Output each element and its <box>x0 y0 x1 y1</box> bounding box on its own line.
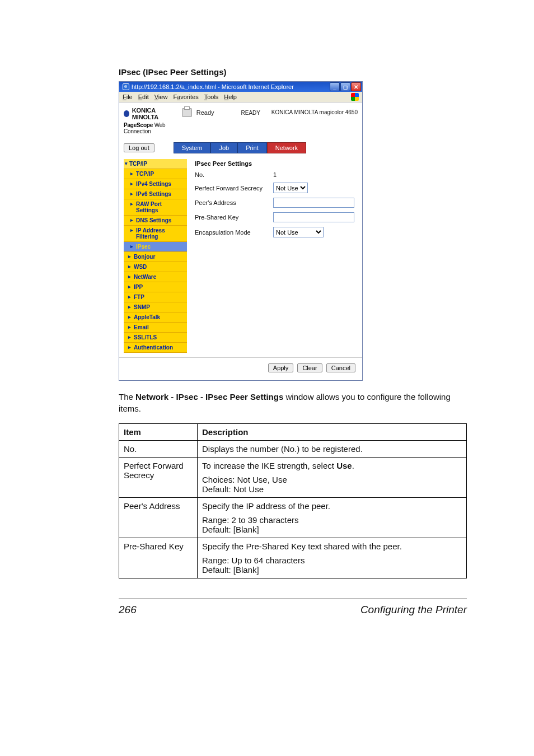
label-preshared-key: Pre-Shared Key <box>195 214 273 221</box>
clear-button[interactable]: Clear <box>297 363 322 372</box>
label-no: No. <box>195 171 273 178</box>
menu-tools[interactable]: Tools <box>204 94 219 100</box>
cell-extra: Range: Up to 64 charactersDefault: [Blan… <box>202 556 462 575</box>
sidebar: TCP/IP TCP/IP IPv4 Settings IPv6 Setting… <box>124 159 187 353</box>
menu-edit[interactable]: Edit <box>138 94 149 100</box>
window-titlebar: http://192.168.1.2/a_index.html - Micros… <box>119 82 362 92</box>
tab-system[interactable]: System <box>174 142 211 153</box>
cell-item: Pre-Shared Key <box>119 538 198 578</box>
apply-button[interactable]: Apply <box>268 363 294 372</box>
cancel-button[interactable]: Cancel <box>326 363 355 372</box>
close-button[interactable]: ✕ <box>351 82 361 91</box>
menu-help[interactable]: Help <box>224 94 237 100</box>
brand-globe-icon <box>124 110 129 117</box>
label-peer-address: Peer's Address <box>195 199 273 206</box>
tab-print[interactable]: Print <box>237 142 267 153</box>
sidebar-item-wsd[interactable]: WSD <box>124 262 187 272</box>
settings-table: Item Description No.Displays the number … <box>119 423 467 578</box>
window-title: http://192.168.1.2/a_index.html - Micros… <box>132 83 294 90</box>
minimize-button[interactable]: _ <box>330 82 340 91</box>
main-panel: IPsec Peer Settings No. 1 Perfect Forwar… <box>191 159 358 353</box>
table-row: Pre-Shared KeySpecify the Pre-Shared Key… <box>119 538 467 578</box>
select-pfs[interactable]: Not Use <box>273 183 308 193</box>
cell-item: Peer's Address <box>119 498 198 538</box>
ie-icon <box>123 83 129 90</box>
input-peer-address[interactable] <box>273 198 354 208</box>
sidebar-item-dns[interactable]: DNS Settings <box>124 216 187 226</box>
section-heading: IPsec (IPsec Peer Settings) <box>119 67 467 77</box>
cell-description: Specify the IP address of the peer.Range… <box>198 498 467 538</box>
menu-favorites[interactable]: Favorites <box>173 94 198 100</box>
label-encap-mode: Encapsulation Mode <box>195 229 273 236</box>
input-preshared-key[interactable] <box>273 212 354 222</box>
cell-description: Specify the Pre-Shared Key text shared w… <box>198 538 467 578</box>
th-item: Item <box>119 424 198 441</box>
sidebar-group-tcpip[interactable]: TCP/IP <box>124 159 187 169</box>
table-row: No.Displays the number (No.) to be regis… <box>119 441 467 458</box>
tab-network[interactable]: Network <box>267 142 306 153</box>
logout-button[interactable]: Log out <box>124 143 154 152</box>
table-row: Perfect Forward SecrecyTo increase the I… <box>119 458 467 498</box>
sidebar-item-snmp[interactable]: SNMP <box>124 302 187 312</box>
status-label: Ready <box>196 109 214 116</box>
select-encap-mode[interactable]: Not Use <box>273 227 324 237</box>
printer-icon <box>182 108 192 117</box>
menu-file[interactable]: File <box>123 94 133 100</box>
sidebar-item-authentication[interactable]: Authentication <box>124 343 187 353</box>
form-actions: Apply Clear Cancel <box>119 358 362 380</box>
menu-view[interactable]: View <box>154 94 168 100</box>
page-number: 266 <box>119 604 137 616</box>
device-model: KONICA MINOLTA magicolor 4650 <box>268 107 358 115</box>
sidebar-item-appletalk[interactable]: AppleTalk <box>124 312 187 323</box>
window-controls: _ ◻ ✕ <box>330 82 361 91</box>
ready-badge: READY <box>241 110 260 116</box>
sidebar-item-ipv6[interactable]: IPv6 Settings <box>124 189 187 199</box>
sidebar-item-email[interactable]: Email <box>124 323 187 333</box>
windows-flag-icon <box>351 93 359 101</box>
browser-window: http://192.168.1.2/a_index.html - Micros… <box>119 81 363 381</box>
intro-paragraph: The Network - IPsec - IPsec Peer Setting… <box>119 391 467 414</box>
sidebar-item-bonjour[interactable]: Bonjour <box>124 252 187 262</box>
pagescope-label: PageScope Web Connection <box>124 122 174 134</box>
cell-item: Perfect Forward Secrecy <box>119 458 198 498</box>
cell-description: Displays the number (No.) to be register… <box>198 441 467 458</box>
cell-description: To increase the IKE strength, select Use… <box>198 458 467 498</box>
maximize-button[interactable]: ◻ <box>340 82 350 91</box>
tab-job[interactable]: Job <box>210 142 237 153</box>
page-footer: 266 Configuring the Printer <box>119 599 467 616</box>
sidebar-item-ftp[interactable]: FTP <box>124 292 187 302</box>
menubar: File Edit View Favorites Tools Help <box>119 92 362 102</box>
sidebar-item-ssltls[interactable]: SSL/TLS <box>124 333 187 343</box>
sidebar-item-ipv4[interactable]: IPv4 Settings <box>124 179 187 189</box>
sidebar-item-ipp[interactable]: IPP <box>124 282 187 292</box>
label-pfs: Perfect Forward Secrecy <box>195 185 273 192</box>
th-description: Description <box>198 424 467 441</box>
cell-extra: Range: 2 to 39 charactersDefault: [Blank… <box>202 515 462 534</box>
cell-item: No. <box>119 441 198 458</box>
sidebar-item-ipfilter[interactable]: IP Address Filtering <box>124 226 187 242</box>
value-no: 1 <box>273 171 277 178</box>
table-row: Peer's AddressSpecify the IP address of … <box>119 498 467 538</box>
sidebar-item-rawport[interactable]: RAW Port Settings <box>124 199 187 216</box>
panel-title: IPsec Peer Settings <box>195 160 354 167</box>
sidebar-item-netware[interactable]: NetWare <box>124 272 187 282</box>
brand-name: KONICA MINOLTA <box>132 107 174 120</box>
cell-extra: Choices: Not Use, UseDefault: Not Use <box>202 475 462 494</box>
sidebar-item-ipsec[interactable]: IPsec <box>124 242 187 252</box>
sidebar-item-tcpip[interactable]: TCP/IP <box>124 169 187 179</box>
footer-title: Configuring the Printer <box>360 604 467 616</box>
brand-logo: KONICA MINOLTA <box>124 107 174 120</box>
